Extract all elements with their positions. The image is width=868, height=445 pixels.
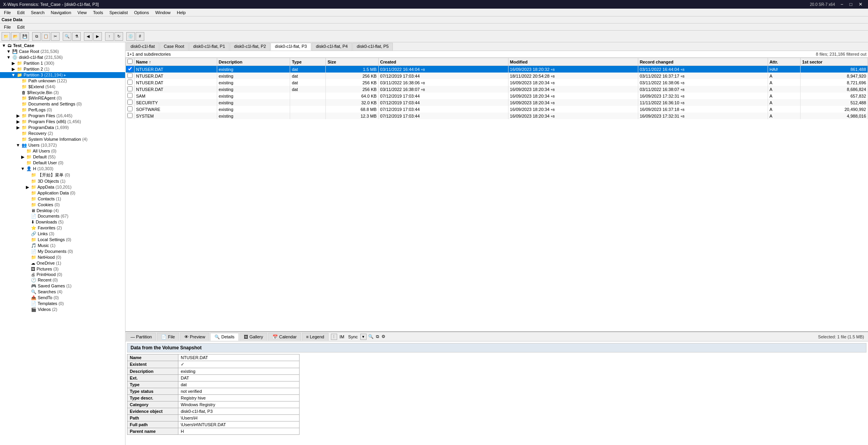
tab-p4[interactable]: disk0-c1l-flat, P4 <box>312 43 352 51</box>
row-checkbox[interactable] <box>127 113 133 118</box>
tb-refresh[interactable]: ↻ <box>114 32 123 41</box>
tree-users[interactable]: ▼ 👥 Users (10,372) <box>0 142 125 148</box>
tree-saved-games[interactable]: 🎮 Saved Games (1) <box>0 283 125 289</box>
tab-p1[interactable]: disk0-c1l-flat, P1 <box>189 43 229 51</box>
select-all-checkbox[interactable] <box>127 59 133 64</box>
restore-button[interactable]: □ <box>847 2 855 7</box>
col-record-changed[interactable]: Record changed <box>638 58 768 66</box>
tab-case-root[interactable]: Case Root <box>160 43 189 51</box>
tb-forward[interactable]: ▶ <box>93 32 102 41</box>
table-row[interactable]: SYSTEM existing 12.3 MB 07/12/2019 17:03… <box>126 113 868 119</box>
tree-music[interactable]: 🎵 Music (1) <box>0 243 125 249</box>
col-size[interactable]: Size <box>326 58 378 66</box>
tb-paste[interactable]: 📋 <box>42 32 50 41</box>
table-row[interactable]: NTUSER.DAT existing dat 256 KB 03/11/202… <box>126 79 868 86</box>
btab-im[interactable]: IM <box>338 334 346 339</box>
tree-recent[interactable]: 🕐 Recent (0) <box>0 277 125 283</box>
tree-program-files[interactable]: ▶ 📁 Program Files (16,445) <box>0 113 125 119</box>
minimize-button[interactable]: − <box>838 2 846 7</box>
tree-programdata[interactable]: ▶ 📁 ProgramData (1,699) <box>0 125 125 131</box>
tree-start-menu[interactable]: 📁 【开始】菜单 (0) <box>0 172 125 178</box>
tree-path-unknown[interactable]: 📁 Path unknown (122) <box>0 78 125 84</box>
tree-appdata2[interactable]: 📁 Application Data (0) <box>0 190 125 196</box>
expander[interactable]: ▼ <box>2 43 6 48</box>
tb-back[interactable]: ◀ <box>84 32 93 41</box>
close-button[interactable]: ✕ <box>856 2 865 7</box>
fe-file[interactable]: File <box>1 24 14 30</box>
tab-p5[interactable]: disk0-c1l-flat, P5 <box>352 43 393 51</box>
tb-save[interactable]: 💾 <box>20 32 29 41</box>
tree-links[interactable]: 🔗 Links (3) <box>0 231 125 237</box>
menu-help[interactable]: Help <box>174 9 189 16</box>
col-type[interactable]: Type <box>290 58 326 66</box>
row-check[interactable] <box>126 86 134 93</box>
tab-p2[interactable]: disk0-c1l-flat, P2 <box>230 43 270 51</box>
row-checkbox[interactable] <box>127 106 133 111</box>
tree-favorites[interactable]: ⭐ Favorites (2) <box>0 225 125 231</box>
table-row[interactable]: NTUSER.DAT existing dat 256 KB 03/11/202… <box>126 86 868 93</box>
tree-cookies[interactable]: 📁 Cookies (0) <box>0 202 125 208</box>
col-name[interactable]: Name ↑ <box>134 58 217 66</box>
row-checkbox[interactable] <box>127 100 133 105</box>
table-row[interactable]: SECURITY existing 32.0 KB 07/12/2019 17:… <box>126 99 868 106</box>
tree-recovery[interactable]: 📁 Recovery (2) <box>0 131 125 136</box>
table-row[interactable]: NTUSER.DAT existing dat 1.5 MB 03/11/202… <box>126 66 868 73</box>
row-checkbox[interactable] <box>127 93 133 98</box>
btab-details[interactable]: 🔍 Details <box>210 333 239 341</box>
tree-winreagent[interactable]: 📁 $WinREAgent (0) <box>0 95 125 101</box>
menu-search[interactable]: Search <box>28 9 48 16</box>
btab-sync[interactable]: Sync <box>347 334 359 339</box>
row-check[interactable] <box>126 99 134 106</box>
menu-navigation[interactable]: Navigation <box>48 9 74 16</box>
tb-up[interactable]: ↑ <box>105 32 114 41</box>
btab-dropdown[interactable]: ▼ <box>360 334 367 340</box>
tree-sendto[interactable]: 📤 SendTo (0) <box>0 295 125 301</box>
tree-docs-settings[interactable]: 📁 Documents and Settings (0) <box>0 101 125 107</box>
tree-partition2[interactable]: ▶ 📁 Partition 2 (1) <box>0 66 125 72</box>
row-check[interactable] <box>126 106 134 113</box>
menu-edit[interactable]: Edit <box>14 9 28 16</box>
tree-desktop[interactable]: 🖥 Desktop (4) <box>0 208 125 213</box>
tree-program-files-x86[interactable]: ▶ 📁 Program Files (x86) (1,456) <box>0 119 125 125</box>
row-checkbox[interactable] <box>127 86 133 91</box>
table-row[interactable]: SOFTWARE existing 68.8 MB 07/12/2019 17:… <box>126 106 868 113</box>
tab-disk0[interactable]: disk0-c1l-flat <box>126 43 159 51</box>
tree-partition1[interactable]: ▶ 📁 Partition 1 (300) <box>0 60 125 66</box>
btab-partition[interactable]: — Partition <box>126 333 156 341</box>
col-created[interactable]: Created <box>378 58 508 66</box>
tree-searches[interactable]: 🔍 Searches (4) <box>0 289 125 295</box>
tree-all-users[interactable]: 📁 All Users (0) <box>0 148 125 154</box>
tree-appdata[interactable]: ▶ 📁 AppData (10,201) <box>0 184 125 190</box>
row-check[interactable] <box>126 93 134 99</box>
tree-contacts[interactable]: 📁 Contacts (1) <box>0 196 125 202</box>
tb-copy[interactable]: ⧉ <box>32 32 41 41</box>
tb-open[interactable]: 📂 <box>11 32 20 41</box>
tree-local-settings[interactable]: 📁 Local Settings (0) <box>0 237 125 243</box>
tree-partition3[interactable]: ▼ 📁 Partition 3 (231,194) ▸ <box>0 72 125 78</box>
tb-cut[interactable]: ✂ <box>51 32 60 41</box>
tree-videos[interactable]: 🎬 Videos (2) <box>0 307 125 312</box>
row-checkbox[interactable] <box>127 66 133 71</box>
tree-printhood[interactable]: 🖨 PrintHood (0) <box>0 272 125 277</box>
row-checkbox[interactable] <box>127 80 133 85</box>
btab-gallery[interactable]: 🖼 Gallery <box>240 333 267 341</box>
tb-search[interactable]: 🔍 <box>63 32 71 41</box>
tree-3dobjects[interactable]: 📁 3D Objects (1) <box>0 178 125 184</box>
tree-root[interactable]: ▼ 🗂 Test_Case <box>0 42 125 49</box>
row-check[interactable] <box>126 66 134 73</box>
tb-filter[interactable]: ⚗ <box>72 32 81 41</box>
tb-hash[interactable]: # <box>136 32 144 41</box>
row-checkbox[interactable] <box>127 73 133 78</box>
tab-p3[interactable]: disk0-c1l-flat, P3 <box>271 43 311 51</box>
fe-edit[interactable]: Edit <box>14 24 28 30</box>
tree-disk0[interactable]: ▼ 💿 disk0-c1l-flat (231,536) <box>0 54 125 60</box>
row-check[interactable] <box>126 73 134 79</box>
col-modified[interactable]: Modified <box>508 58 638 66</box>
btab-more[interactable]: ⋮ <box>331 334 337 340</box>
table-row[interactable]: SAM existing 64.0 KB 07/12/2019 17:03:44… <box>126 93 868 99</box>
tree-mydocs[interactable]: 📄 My Documents (0) <box>0 249 125 254</box>
col-first-sector[interactable]: 1st sector <box>800 58 868 66</box>
table-row[interactable]: NTUSER.DAT existing dat 256 KB 07/12/201… <box>126 73 868 79</box>
tree-nethood[interactable]: 📁 NetHood (0) <box>0 254 125 260</box>
btab-calendar[interactable]: 📅 Calendar <box>268 333 301 341</box>
